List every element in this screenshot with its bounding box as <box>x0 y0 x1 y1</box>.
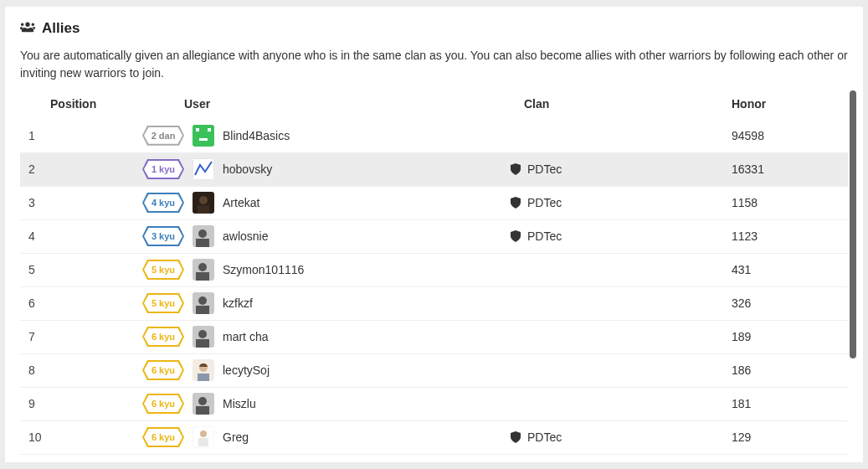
username-link[interactable]: lecytySoj <box>223 363 270 377</box>
username-link[interactable]: kzfkzf <box>223 296 253 310</box>
cell-position: 6 <box>20 286 137 320</box>
shield-icon <box>511 197 521 209</box>
table-row[interactable]: 21 kyuhobovskyPDTec16331 <box>20 152 848 186</box>
table-row[interactable]: 96 kyuMiszlu181 <box>20 387 848 420</box>
cell-position: 5 <box>20 253 137 286</box>
shield-icon <box>511 431 521 443</box>
username-link[interactable]: Miszlu <box>223 397 256 410</box>
avatar[interactable] <box>193 125 214 147</box>
col-user: User <box>137 90 506 119</box>
svg-rect-16 <box>196 306 209 314</box>
col-position: Position <box>20 90 137 119</box>
rank-badge: 6 kyu <box>142 327 184 347</box>
table-row[interactable]: 65 kyukzfkzf326 <box>20 286 848 320</box>
username-link[interactable]: hobovsky <box>223 162 272 176</box>
avatar[interactable] <box>193 192 214 214</box>
svg-rect-7 <box>198 205 209 214</box>
rank-badge: 6 kyu <box>142 360 184 380</box>
shield-icon <box>511 230 521 242</box>
avatar[interactable] <box>193 158 214 180</box>
avatar[interactable] <box>193 359 214 381</box>
cell-user: 3 kyuawlosnie <box>137 219 506 253</box>
username-link[interactable]: awlosnie <box>223 229 268 243</box>
cell-honor: 431 <box>732 253 848 286</box>
cell-position: 7 <box>20 320 137 353</box>
table-row[interactable]: 76 kyumart cha189 <box>20 320 848 353</box>
avatar[interactable] <box>193 326 214 348</box>
svg-point-18 <box>198 330 207 338</box>
clan-name: PDTec <box>527 229 562 243</box>
cell-honor: 189 <box>732 320 848 353</box>
rank-badge: 5 kyu <box>142 293 184 313</box>
cell-honor: 94598 <box>732 119 848 152</box>
allies-icon <box>20 20 35 37</box>
cell-user: 5 kyuSzymon101116 <box>137 253 506 286</box>
table-row[interactable]: 106 kyuGregPDTec129 <box>20 420 848 454</box>
cell-user: 6 kyuMiszlu <box>137 387 506 420</box>
col-honor: Honor <box>732 90 848 119</box>
cell-clan <box>506 320 732 353</box>
cell-honor: 181 <box>732 387 848 420</box>
cell-clan <box>506 253 732 286</box>
shield-icon <box>511 163 521 175</box>
rank-badge: 1 kyu <box>142 159 184 179</box>
svg-point-27 <box>200 430 207 437</box>
cell-clan: PDTec <box>506 152 732 186</box>
cell-user: 6 kyumart cha <box>137 320 506 353</box>
avatar[interactable] <box>193 292 214 314</box>
svg-rect-25 <box>196 406 209 415</box>
avatar[interactable] <box>193 426 214 448</box>
username-link[interactable]: Greg <box>223 430 249 444</box>
table-row[interactable]: 34 kyuArtekatPDTec1158 <box>20 186 848 219</box>
table-row[interactable]: 55 kyuSzymon101116431 <box>20 253 848 286</box>
table-row[interactable]: 86 kyulecytySoj186 <box>20 353 848 387</box>
username-link[interactable]: mart cha <box>223 330 268 343</box>
username-link[interactable]: Blind4Basics <box>223 129 290 142</box>
cell-user: 6 kyulecytySoj <box>137 353 506 387</box>
cell-honor: 1123 <box>732 219 848 253</box>
svg-rect-2 <box>208 128 211 131</box>
cell-position: 4 <box>20 219 137 253</box>
svg-rect-28 <box>198 438 208 446</box>
table-row[interactable]: 43 kyuawlosniePDTec1123 <box>20 219 848 253</box>
svg-rect-22 <box>198 374 209 381</box>
cell-position: 3 <box>20 186 137 219</box>
card-header: Allies <box>20 20 848 37</box>
cell-user: 5 kyukzfkzf <box>137 286 506 320</box>
rank-badge: 2 dan <box>142 126 184 146</box>
cell-clan <box>506 119 732 152</box>
cell-honor: 326 <box>732 286 848 320</box>
avatar[interactable] <box>193 259 214 281</box>
cell-position: 9 <box>20 387 137 420</box>
cell-user: 6 kyuGreg <box>137 420 506 454</box>
cell-user: 2 danBlind4Basics <box>137 119 506 152</box>
rank-badge: 6 kyu <box>142 427 184 447</box>
svg-point-24 <box>198 397 207 405</box>
username-link[interactable]: Artekat <box>223 196 259 209</box>
svg-rect-10 <box>196 239 209 247</box>
cell-user: 4 kyuArtekat <box>137 186 506 219</box>
allies-card: Allies You are automatically given an al… <box>5 7 863 462</box>
rank-badge: 3 kyu <box>142 226 184 246</box>
svg-rect-19 <box>196 339 209 348</box>
cell-position: 1 <box>20 119 137 152</box>
username-link[interactable]: Szymon101116 <box>223 263 304 276</box>
clan-name: PDTec <box>527 430 562 444</box>
scrollbar-thumb[interactable] <box>850 90 856 358</box>
rank-badge: 6 kyu <box>142 394 184 414</box>
rank-badge: 4 kyu <box>142 193 184 213</box>
cell-clan: PDTec <box>506 219 732 253</box>
cell-honor: 16331 <box>732 152 848 186</box>
clan-name: PDTec <box>527 196 562 209</box>
avatar[interactable] <box>193 393 214 415</box>
avatar[interactable] <box>193 225 214 247</box>
clan-name: PDTec <box>527 162 562 176</box>
allies-table: Position User Clan Honor 12 danBlind4Bas… <box>20 90 848 455</box>
cell-clan: PDTec <box>506 186 732 219</box>
table-row[interactable]: 12 danBlind4Basics94598 <box>20 119 848 152</box>
svg-rect-0 <box>193 125 214 147</box>
cell-user: 1 kyuhobovsky <box>137 152 506 186</box>
card-description: You are automatically given an allegianc… <box>20 47 848 82</box>
cell-clan <box>506 387 732 420</box>
svg-point-9 <box>198 229 207 238</box>
